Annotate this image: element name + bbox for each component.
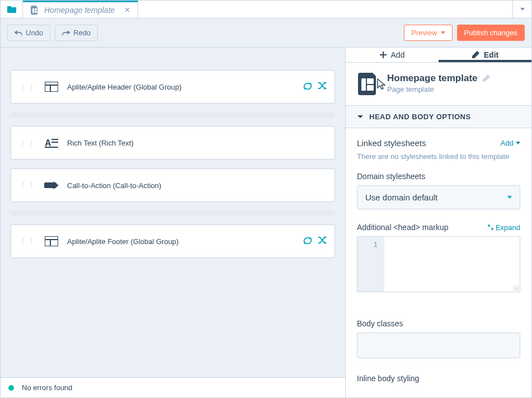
head-markup-editor[interactable]: 1	[357, 236, 520, 292]
undo-icon	[15, 30, 22, 36]
template-icon	[31, 6, 39, 15]
section-divider	[11, 211, 335, 216]
module-label: Rich Text (Rich Text)	[67, 139, 134, 147]
drag-handle-icon[interactable]: ⋮⋮	[19, 85, 36, 88]
svg-text:A: A	[45, 138, 51, 148]
redo-button-label: Redo	[73, 29, 91, 37]
shuffle-icon[interactable]	[318, 82, 327, 92]
expand-head-markup-label: Expand	[496, 223, 520, 232]
svg-marker-20	[324, 236, 327, 238]
panel-tab-edit[interactable]: Edit	[439, 48, 531, 62]
chevron-down-icon	[357, 115, 364, 119]
tabs-dropdown-toggle[interactable]	[512, 1, 531, 18]
svg-rect-22	[361, 78, 366, 91]
status-bar: No errors found	[1, 377, 345, 397]
head-markup-label: Additional <head> markup	[357, 223, 448, 232]
tab-bar: Homepage template ×	[1, 1, 531, 18]
panel-tabs: Add Edit	[346, 48, 531, 63]
publish-button[interactable]: Publish changes	[457, 25, 525, 41]
svg-rect-15	[45, 236, 58, 246]
svg-rect-2	[35, 11, 37, 13]
panel-subtitle: Page template	[387, 85, 490, 93]
module-actions	[303, 236, 327, 247]
panel-tab-add-label: Add	[391, 50, 405, 59]
svg-rect-24	[367, 85, 374, 91]
domain-stylesheets-label: Domain stylesheets	[357, 172, 520, 181]
redo-button[interactable]: Redo	[55, 25, 98, 41]
panel-tab-add[interactable]: Add	[346, 48, 439, 62]
chevron-down-icon	[441, 31, 445, 34]
file-tab[interactable]: Homepage template ×	[23, 1, 138, 18]
svg-marker-8	[324, 82, 327, 84]
sync-icon[interactable]	[303, 82, 312, 92]
close-tab-icon[interactable]: ×	[125, 5, 130, 15]
module-label: Aplite/Aplite Footer (Global Group)	[67, 237, 178, 246]
svg-rect-23	[367, 78, 374, 84]
status-indicator-icon	[8, 385, 14, 391]
domain-stylesheets-value: Use domain default	[365, 193, 437, 202]
preview-button-label: Preview	[411, 29, 437, 37]
svg-rect-0	[32, 8, 34, 13]
expand-head-markup[interactable]: Expand	[488, 223, 520, 232]
head-markup-textarea[interactable]	[384, 237, 520, 292]
edit-title-icon[interactable]	[482, 74, 490, 82]
expand-icon	[488, 224, 493, 230]
drag-handle-icon[interactable]: ⋮⋮	[19, 240, 36, 243]
module-card[interactable]: ⋮⋮ARich Text (Rich Text)	[11, 126, 335, 160]
drag-handle-icon[interactable]: ⋮⋮	[19, 184, 36, 187]
shuffle-icon[interactable]	[318, 236, 327, 247]
chevron-down-icon	[520, 8, 525, 11]
drag-handle-icon[interactable]: ⋮⋮	[19, 141, 36, 144]
chevron-down-icon	[507, 196, 512, 199]
linked-stylesheets-label: Linked stylesheets	[357, 138, 426, 148]
svg-rect-1	[35, 8, 37, 10]
resize-handle-icon[interactable]	[513, 285, 519, 291]
panel-title: Homepage template	[387, 73, 478, 84]
template-large-icon	[357, 73, 379, 95]
add-stylesheet-link[interactable]: Add	[501, 139, 520, 147]
add-stylesheet-link-label: Add	[501, 139, 514, 147]
module-card[interactable]: ⋮⋮Aplite/Aplite Footer (Global Group)	[11, 224, 335, 258]
body-classes-input[interactable]	[357, 333, 520, 358]
pencil-icon	[472, 51, 479, 59]
layout-icon	[44, 81, 59, 93]
publish-button-label: Publish changes	[464, 29, 517, 37]
module-card[interactable]: ⋮⋮Call-to-Action (Call-to-Action)	[11, 168, 335, 202]
tab-title: Homepage template	[44, 6, 115, 15]
toolbar: Undo Redo Preview Publish changes	[1, 18, 531, 48]
module-label: Aplite/Aplite Header (Global Group)	[67, 83, 182, 91]
svg-rect-3	[45, 82, 58, 92]
status-text: No errors found	[22, 383, 72, 392]
undo-button[interactable]: Undo	[7, 25, 50, 41]
section-divider	[11, 113, 335, 117]
section-head-label: HEAD AND BODY OPTIONS	[369, 113, 471, 121]
code-gutter: 1	[357, 237, 384, 292]
chevron-down-icon	[516, 142, 520, 144]
plus-icon	[380, 51, 387, 58]
domain-stylesheets-select[interactable]: Use domain default	[357, 185, 520, 209]
preview-button[interactable]: Preview	[404, 25, 452, 41]
side-panel: Add Edit Homepage template Page template	[345, 48, 531, 397]
module-actions	[303, 82, 327, 92]
sync-icon[interactable]	[303, 236, 312, 247]
app-root: Homepage template × Undo Redo Preview Pu…	[0, 0, 532, 398]
svg-marker-9	[324, 87, 327, 90]
section-body: Linked stylesheets Add There are no styl…	[346, 128, 531, 397]
richtext-icon: A	[44, 137, 59, 149]
module-canvas: ⋮⋮Aplite/Aplite Header (Global Group)⋮⋮A…	[1, 48, 345, 397]
inline-body-styling-label: Inline body styling	[357, 374, 520, 383]
module-label: Call-to-Action (Call-to-Action)	[67, 181, 161, 190]
layout-icon	[44, 235, 59, 247]
body-classes-label: Body classes	[357, 319, 520, 328]
linked-stylesheets-empty: There are no stylesheets linked to this …	[357, 152, 520, 161]
section-head-options[interactable]: HEAD AND BODY OPTIONS	[346, 105, 531, 128]
code-line-number: 1	[374, 240, 378, 249]
workspace: ⋮⋮Aplite/Aplite Header (Global Group)⋮⋮A…	[1, 48, 531, 397]
folder-icon	[7, 6, 17, 13]
svg-marker-21	[324, 242, 327, 244]
module-card[interactable]: ⋮⋮Aplite/Aplite Header (Global Group)	[11, 70, 335, 104]
undo-button-label: Undo	[26, 29, 43, 37]
panel-tab-edit-label: Edit	[484, 50, 498, 59]
file-explorer-button[interactable]	[1, 1, 23, 18]
cta-icon	[44, 179, 59, 191]
